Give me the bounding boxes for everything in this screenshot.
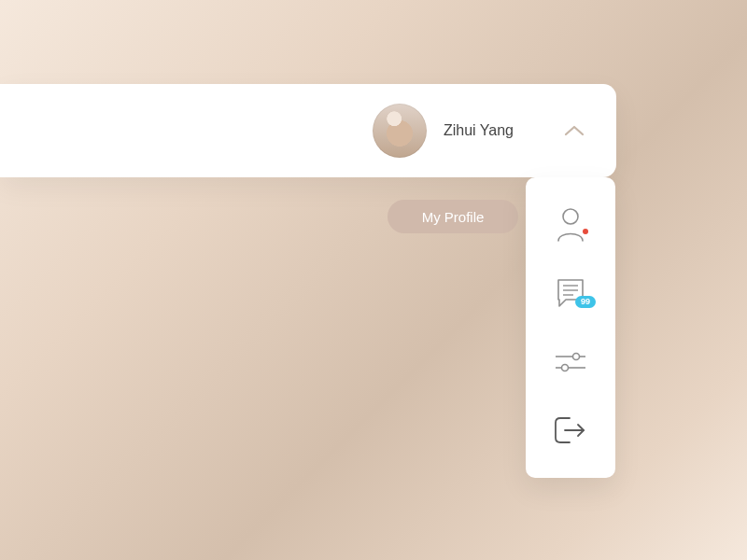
sliders-icon	[554, 349, 587, 375]
username-label: Zihui Yang	[444, 122, 514, 139]
user-header-card: Zihui Yang	[0, 84, 616, 177]
messages-badge: 99	[575, 296, 596, 308]
menu-item-profile[interactable]	[526, 197, 615, 253]
notification-dot-icon	[583, 229, 588, 234]
avatar[interactable]	[373, 104, 427, 158]
collapse-toggle[interactable]	[560, 117, 588, 145]
menu-item-logout[interactable]	[526, 402, 615, 458]
svg-point-5	[573, 353, 580, 359]
svg-point-0	[563, 209, 578, 224]
tooltip-my-profile: My Profile	[388, 200, 518, 233]
menu-item-settings[interactable]	[526, 334, 615, 390]
menu-item-messages[interactable]: 99	[526, 265, 615, 321]
tooltip-label: My Profile	[422, 209, 485, 225]
profile-icon	[555, 207, 586, 243]
logout-icon	[553, 415, 588, 445]
user-dropdown-panel: 99	[526, 177, 615, 478]
svg-point-7	[562, 364, 569, 371]
chevron-up-icon	[564, 124, 585, 137]
